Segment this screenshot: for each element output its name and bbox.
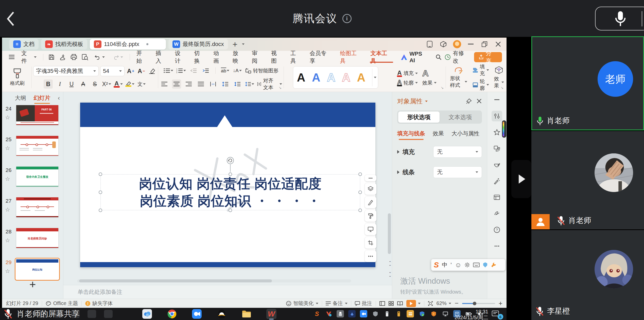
app-center-icon[interactable] (438, 39, 449, 49)
menu-tools[interactable]: 工具 (287, 53, 305, 62)
clear-format-icon[interactable] (147, 67, 156, 76)
zoom-slider[interactable] (462, 303, 495, 304)
menu-transition[interactable]: 切换 (190, 53, 209, 62)
ime-keyboard-icon[interactable] (473, 263, 480, 267)
tab-pptx-active[interactable]: P 1104班会.pptx (90, 39, 166, 50)
text-outline-button[interactable]: A 轮廓 (397, 79, 418, 86)
subtab-effects[interactable]: 效果 (433, 130, 444, 137)
design-leaf-icon[interactable] (492, 159, 502, 170)
increase-font-button[interactable]: A+ (126, 67, 135, 76)
fit-slide-button[interactable] (428, 301, 433, 306)
zoom-out-button[interactable]: − (455, 299, 459, 307)
subtab-size-properties[interactable]: 大小与属性 (451, 130, 479, 137)
window-doc-assistant-icon[interactable] (424, 39, 436, 49)
favorite-star-icon[interactable]: ☆ (5, 268, 10, 275)
tray-usb-drive-icon[interactable] (383, 310, 391, 317)
bullet-list-button[interactable] (164, 66, 173, 75)
menu-animation[interactable]: 动画 (210, 53, 228, 62)
text-effects-icon[interactable]: A (422, 68, 437, 78)
tray-shield-check-icon[interactable] (418, 310, 426, 317)
smart-graphic-button[interactable]: 转智能图形 (245, 66, 279, 75)
comments-button[interactable]: 批注 (355, 300, 372, 307)
menu-insert[interactable]: 插入 (152, 53, 170, 62)
minimize-button[interactable] (465, 39, 477, 49)
tab-docx[interactable]: W 最终版简历.docx (168, 39, 228, 50)
wordart-more-button[interactable] (372, 69, 376, 86)
print-preview-icon[interactable] (80, 53, 90, 62)
menu-slideshow[interactable]: 放映 (229, 53, 247, 62)
superscript-button[interactable]: X² (102, 79, 111, 89)
ime-mode[interactable]: 中 (442, 261, 447, 269)
align-right-icon[interactable] (184, 79, 193, 89)
theme-button[interactable]: Office 主题 (46, 300, 78, 307)
char-border-button[interactable]: A (79, 79, 88, 89)
subtab-fill-line[interactable]: 填充与线条 (397, 130, 425, 137)
search-icon[interactable] (433, 53, 444, 62)
expand-line-icon[interactable] (397, 170, 399, 174)
video-tile-sharer[interactable]: 肖老师 (531, 131, 644, 229)
tray-defender-icon[interactable] (372, 310, 379, 317)
hamburger-icon[interactable] (7, 53, 17, 62)
increase-indent-icon[interactable] (201, 66, 210, 75)
vertical-scrollbar[interactable] (388, 94, 391, 257)
text-sort-button[interactable]: ↓A (233, 66, 242, 75)
taskbar-meeting-icon[interactable] (192, 309, 202, 319)
collapse-strip-icon[interactable] (492, 94, 502, 105)
export-pdf-icon[interactable] (58, 53, 68, 62)
tray-firewall-icon[interactable] (430, 310, 437, 317)
text-effects-button[interactable]: 效果 (422, 79, 437, 86)
notes-button[interactable]: 备注 (326, 300, 347, 307)
justify-icon[interactable] (196, 79, 205, 89)
line-spacing-down-icon[interactable] (233, 79, 242, 89)
font-color-button[interactable]: A (114, 79, 123, 89)
menu-member[interactable]: 会员专享 (306, 53, 336, 62)
help-icon[interactable]: ? (492, 225, 502, 235)
selected-textbox[interactable]: 岗位认知 岗位责任 岗位适配度 岗位素质 岗位知识 ・ ・ ・ ・ (100, 174, 360, 210)
bold-button[interactable]: B (44, 79, 53, 89)
resize-handle[interactable] (358, 209, 362, 212)
ime-punct[interactable]: ’ (450, 262, 452, 268)
tray-voov-icon[interactable] (325, 310, 332, 317)
tab-outline[interactable]: 大纲 (15, 94, 26, 102)
wps-ai-button[interactable]: WPS AI (397, 53, 432, 62)
taskbar-explorer-icon[interactable] (241, 309, 252, 319)
next-slide-button[interactable]: ⌄⌄ (388, 270, 392, 277)
slide-29[interactable]: 岗位认知 岗位责任 岗位适配度 岗位素质 岗位知识 ・ ・ ・ ・ (80, 103, 375, 267)
tray-usb-icon[interactable] (337, 310, 344, 317)
zoom-level[interactable]: 62% (437, 300, 451, 306)
underline-button[interactable]: U (67, 79, 76, 89)
add-slide-button[interactable]: + (2, 279, 63, 290)
signature-pen-icon[interactable] (492, 208, 502, 219)
notes-placeholder[interactable]: 单击此处添加备注 (63, 285, 392, 299)
italic-button[interactable]: I (55, 79, 64, 89)
menu-text-tools[interactable]: 文本工具 (367, 53, 396, 62)
tab-home-doc[interactable]: ≡ 文档 (9, 39, 39, 50)
line-select[interactable]: 无 (433, 166, 482, 178)
menu-design[interactable]: 设计 (171, 53, 189, 62)
fill-select[interactable]: 无 (433, 146, 482, 158)
share-button[interactable]: 分享 (474, 52, 502, 62)
taskbar-chrome-icon[interactable] (167, 309, 177, 319)
shape-fill-button[interactable]: 填充 (472, 63, 489, 77)
menu-file[interactable]: 文件 (18, 53, 40, 62)
tab-shape-options[interactable]: 形状选项 (398, 111, 440, 123)
normal-view-button[interactable] (379, 301, 385, 306)
tray-app-icon[interactable] (348, 310, 356, 317)
new-tab-button[interactable]: + (231, 39, 240, 49)
notification-center-button[interactable]: 6 (492, 310, 502, 318)
favorite-star-icon[interactable]: ☆ (5, 114, 10, 121)
taskbar-qq-icon[interactable] (217, 309, 227, 319)
phonetic-guide-button[interactable]: 文 (137, 79, 146, 89)
decrease-font-button[interactable]: A− (137, 67, 146, 76)
save-icon[interactable] (46, 53, 57, 62)
effects-star-icon[interactable] (492, 127, 502, 138)
tab-slides[interactable]: 幻灯片 (34, 94, 50, 102)
info-icon[interactable]: i (342, 14, 352, 23)
format-painter-button[interactable]: 格式刷 (5, 65, 30, 90)
shape-styles-button[interactable]: 形状样式 (450, 66, 467, 89)
close-button[interactable] (492, 39, 504, 49)
modified-status[interactable]: 有修改 (445, 50, 469, 65)
video-tile-teacher[interactable]: 老师 肖老师 (531, 36, 644, 130)
taskbar-wps-icon-active[interactable]: W (266, 309, 276, 319)
sogou-logo[interactable]: S (434, 261, 439, 269)
